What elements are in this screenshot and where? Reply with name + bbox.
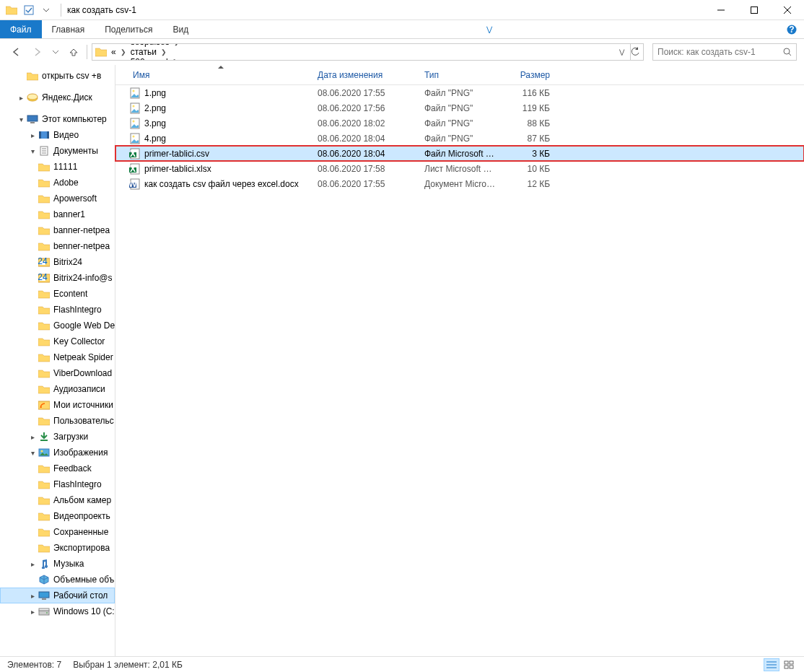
- folder-icon: [38, 526, 51, 538]
- tree-node[interactable]: ▸Загрузки: [0, 429, 115, 445]
- file-name: 2.png: [144, 103, 313, 113]
- file-date: 08.06.2020 17:55: [313, 179, 420, 189]
- tree-node[interactable]: открыть csv +в: [0, 68, 115, 84]
- svg-point-39: [133, 105, 135, 107]
- tree-node-label: Документы: [53, 146, 98, 156]
- nav-back-button[interactable]: [7, 43, 25, 61]
- column-size[interactable]: Размер: [499, 70, 554, 80]
- tree-node[interactable]: banner1: [0, 206, 115, 222]
- tab-file[interactable]: Файл: [0, 20, 42, 38]
- file-row[interactable]: 1.png08.06.2020 17:55Файл "PNG"116 КБ: [115, 85, 804, 100]
- file-row[interactable]: 4.png08.06.2020 18:04Файл "PNG"87 КБ: [115, 131, 804, 146]
- tab-view[interactable]: Вид: [162, 20, 198, 38]
- expand-toggle-icon[interactable]: ▸: [27, 608, 38, 616]
- expand-toggle-icon[interactable]: ▾: [16, 115, 26, 123]
- tree-node[interactable]: ▸Видео: [0, 127, 115, 143]
- tree-node[interactable]: Аудиозаписи: [0, 381, 115, 397]
- tree-node[interactable]: Альбом камер: [0, 492, 115, 508]
- file-row[interactable]: Xprimer-tablici.xlsx08.06.2020 17:58Лист…: [115, 161, 804, 176]
- tab-home[interactable]: Главная: [42, 20, 95, 38]
- tree-node[interactable]: Google Web De: [0, 318, 115, 333]
- svg-text:?: ?: [789, 25, 794, 35]
- tree-node[interactable]: Apowersoft: [0, 191, 115, 206]
- search-box[interactable]: [652, 43, 797, 61]
- tree-node-label: Рабочий стол: [53, 590, 108, 601]
- file-row[interactable]: Xprimer-tablici.csv08.06.2020 18:04Файл …: [115, 146, 804, 161]
- nav-forward-button[interactable]: [29, 43, 46, 61]
- tree-node[interactable]: Feedback: [0, 461, 115, 476]
- tree-node[interactable]: ▸Яндекс.Диск: [0, 90, 115, 105]
- breadcrumb[interactable]: «❯ папки❯Проекты❯мои❯seopulses❯статьи❯50…: [92, 43, 631, 61]
- expand-toggle-icon[interactable]: ▸: [27, 592, 38, 600]
- tree-node[interactable]: ▾Изображения: [0, 445, 115, 461]
- search-icon[interactable]: [783, 48, 792, 56]
- folder-icon: [38, 336, 51, 347]
- tree-node-label: 11111: [53, 162, 77, 172]
- expand-toggle-icon[interactable]: ▸: [27, 433, 38, 441]
- tree-node[interactable]: Econtent: [0, 286, 115, 302]
- tree-node[interactable]: Объемные объ: [0, 572, 115, 588]
- file-row[interactable]: 3.png08.06.2020 18:02Файл "PNG"88 КБ: [115, 115, 804, 131]
- tree-node[interactable]: ▾Этот компьютер: [0, 111, 115, 127]
- tree-node[interactable]: 11111: [0, 159, 115, 175]
- breadcrumb-segment[interactable]: статьи❯: [129, 47, 201, 57]
- tree-node[interactable]: Netpeak Spider: [0, 349, 115, 365]
- svg-rect-56: [785, 661, 788, 664]
- tree-node[interactable]: Сохраненные: [0, 524, 115, 540]
- tree-node[interactable]: ▸Рабочий стол: [0, 588, 115, 603]
- refresh-button[interactable]: [626, 43, 644, 61]
- tree-node[interactable]: ▸Музыка: [0, 556, 115, 572]
- svg-rect-59: [790, 666, 793, 668]
- tree-node[interactable]: FlashIntegro: [0, 302, 115, 318]
- tab-share[interactable]: Поделиться: [95, 20, 162, 38]
- nav-recent-dropdown[interactable]: [51, 43, 61, 61]
- tree-node[interactable]: Key Collector: [0, 333, 115, 349]
- view-details-button[interactable]: [764, 658, 779, 671]
- expand-toggle-icon[interactable]: ▸: [27, 560, 38, 568]
- tree-node[interactable]: Экспортирова: [0, 540, 115, 556]
- file-date: 08.06.2020 18:04: [313, 134, 420, 144]
- minimize-button[interactable]: [704, 0, 738, 20]
- nav-up-button[interactable]: [65, 43, 82, 61]
- view-large-icons-button[interactable]: [781, 658, 797, 671]
- navigation-tree[interactable]: открыть csv +в▸Яндекс.Диск▾Этот компьюте…: [0, 65, 115, 656]
- docx-file-icon: W: [128, 178, 141, 190]
- tree-node-label: Загрузки: [53, 432, 88, 442]
- breadcrumb-dropdown-icon[interactable]: ⋁: [616, 48, 627, 56]
- tree-node[interactable]: 24Bitrix24-info@s: [0, 270, 115, 286]
- close-button[interactable]: [771, 0, 804, 20]
- tree-node[interactable]: ▸Windows 10 (C:): [0, 603, 115, 619]
- tree-node[interactable]: Пользовательс: [0, 413, 115, 429]
- tree-node[interactable]: ▾Документы: [0, 143, 115, 159]
- ribbon-expand-icon[interactable]: ⋁: [479, 20, 499, 38]
- column-date[interactable]: Дата изменения: [313, 70, 420, 80]
- maximize-button[interactable]: [738, 0, 771, 20]
- file-date: 08.06.2020 17:55: [313, 88, 420, 98]
- tree-node[interactable]: banner-netpea: [0, 222, 115, 238]
- file-row[interactable]: Wкак создать csv файл через excel.docx08…: [115, 176, 804, 191]
- expand-toggle-icon[interactable]: ▾: [27, 449, 38, 457]
- tree-node[interactable]: Мои источники: [0, 397, 115, 413]
- expand-toggle-icon[interactable]: ▾: [27, 147, 38, 155]
- file-row[interactable]: 2.png08.06.2020 17:56Файл "PNG"119 КБ: [115, 100, 804, 115]
- tree-node[interactable]: Видеопроекть: [0, 508, 115, 524]
- breadcrumb-segment[interactable]: 500-excel❯: [129, 57, 201, 61]
- music-icon: [38, 558, 51, 570]
- help-icon[interactable]: ?: [779, 20, 804, 38]
- docs-icon: [38, 145, 51, 157]
- tree-node-label: Аудиозаписи: [53, 384, 105, 394]
- qat-dropdown-icon[interactable]: [38, 1, 55, 19]
- expand-toggle-icon[interactable]: ▸: [16, 94, 26, 102]
- tree-node[interactable]: ViberDownload: [0, 365, 115, 381]
- png-file-icon: [128, 87, 141, 99]
- qat-properties-icon[interactable]: [20, 1, 38, 19]
- tree-node[interactable]: Adobe: [0, 175, 115, 191]
- column-type[interactable]: Тип: [420, 70, 499, 80]
- tree-node[interactable]: benner-netpea: [0, 238, 115, 254]
- search-input[interactable]: [657, 47, 783, 57]
- tree-node[interactable]: FlashIntegro: [0, 476, 115, 492]
- expand-toggle-icon[interactable]: ▸: [27, 131, 38, 139]
- tree-node-label: banner1: [53, 209, 85, 219]
- column-name[interactable]: Имя: [128, 70, 313, 80]
- tree-node[interactable]: 24Bitrix24: [0, 254, 115, 270]
